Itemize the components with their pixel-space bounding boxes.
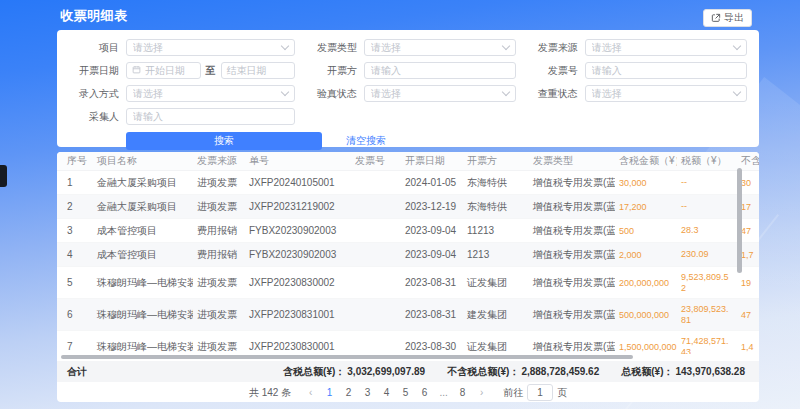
table-cell: 1,500,000,000 [615,331,677,355]
next-page-button[interactable]: › [474,385,489,400]
table-cell: 珠穆朗玛峰—电梯安装 [93,299,193,331]
filter-label: 开票方 [295,64,357,78]
goto-page-input[interactable] [527,384,553,401]
table-cell: 增值税专用发票(蓝) [529,195,615,219]
filter-input[interactable]: 请输入 [126,108,295,125]
calendar-icon [132,65,141,76]
table-row: 2金融大厦采购项目进项发票JXFP202312190022023-12-19东海… [57,195,759,219]
select-placeholder: 请选择 [133,41,282,55]
pagination-total: 共 142 条 [249,386,291,400]
filter-input[interactable]: 请输入 [585,62,747,79]
table-cell: 增值税专用发票(蓝) [529,171,615,195]
page-button[interactable]: 2 [341,385,356,400]
table-cell: 2,000 [615,243,677,267]
table-row: 4成本管控项目费用报销FYBX202309020032023-09-041213… [57,243,759,267]
select-placeholder: 请选择 [371,87,503,101]
date-start-input[interactable]: 开始日期 [126,62,201,79]
filter-panel: 项目请选择开票日期开始日期至结束日期录入方式请选择采集人请输入发票类型请选择开票… [57,30,759,147]
filter-select[interactable]: 请选择 [364,39,516,56]
table-viewport: 序号项目名称发票来源单号发票号开票日期开票方发票类型含税金额（¥）税额（¥）不含… [57,152,759,354]
filter-select[interactable]: 请选择 [585,39,747,56]
table-cell: 5 [57,267,93,299]
horizontal-scrollbar[interactable] [61,355,633,359]
filter-field: 开票日期开始日期至结束日期 [57,62,295,79]
table-cell: 珠穆朗玛峰—电梯安装 [93,331,193,355]
clear-search-link[interactable]: 清空搜索 [346,134,386,148]
table-cell [351,267,401,299]
column-header: 开票日期 [401,152,463,171]
table-cell: 增值税专用发票(蓝) [529,331,615,355]
page-button[interactable]: 5 [398,385,413,400]
table-cell: 费用报销 [193,243,245,267]
summary-amount-excl-tax: 不含税总额(¥)：2,888,728,459.62 [447,365,599,379]
page-button[interactable]: 6 [417,385,432,400]
filter-select[interactable]: 请选择 [126,39,295,56]
table-cell: -- [677,195,737,219]
prev-page-button[interactable]: ‹ [303,385,318,400]
vertical-scrollbar[interactable] [737,168,742,273]
table-cell: 3 [57,219,93,243]
table-cell: 进项发票 [193,171,245,195]
table-cell: 2023-12-19 [401,195,463,219]
table-cell: 进项发票 [193,267,245,299]
table-cell: 23,809,523.81 [677,299,737,331]
table-header-row: 序号项目名称发票来源单号发票号开票日期开票方发票类型含税金额（¥）税额（¥）不含… [57,152,759,171]
goto-label: 前往 [503,386,523,400]
table-cell [351,299,401,331]
filter-input[interactable]: 请输入 [364,62,516,79]
filter-grid: 项目请选择开票日期开始日期至结束日期录入方式请选择采集人请输入发票类型请选择开票… [57,39,747,131]
column-header: 发票号 [351,152,401,171]
table-cell: 进项发票 [193,299,245,331]
page-button[interactable]: 1 [322,385,337,400]
table-cell: 2023-08-30 [401,331,463,355]
table-cell: 4 [57,243,93,267]
table-cell: 成本管控项目 [93,219,193,243]
column-header: 含税金额（¥） [615,152,677,171]
page-button[interactable]: 4 [379,385,394,400]
table-cell: 增值税专用发票(蓝) [529,267,615,299]
table-cell: 增值税专用发票(蓝) [529,219,615,243]
page-button[interactable]: 8 [455,385,470,400]
table-cell: 增值税专用发票(蓝) [529,299,615,331]
date-range-separator: 至 [206,64,216,78]
filter-field: 查重状态请选择 [516,85,747,102]
page-button[interactable]: 3 [360,385,375,400]
chevron-down-icon [502,88,510,96]
select-placeholder: 请选择 [592,87,734,101]
filter-label: 项目 [57,41,119,55]
table-cell: JXFP20230831001 [245,299,351,331]
table-cell [351,219,401,243]
filter-label: 发票来源 [516,41,578,55]
filter-column: 发票来源请选择发票号请输入查重状态请选择 [516,39,747,131]
export-button[interactable]: 导出 [703,9,752,27]
chevron-down-icon [733,88,741,96]
table-row: 1金融大厦采购项目进项发票JXFP202401050012024-01-05东海… [57,171,759,195]
table-cell: 1 [57,171,93,195]
table-cell: 增值税专用发票(蓝) [529,243,615,267]
filter-column: 发票类型请选择开票方请输入验真状态请选择 [295,39,516,131]
search-button[interactable]: 搜索 [126,132,322,150]
table-cell: 金融大厦采购项目 [93,195,193,219]
filter-field: 录入方式请选择 [57,85,295,102]
filter-field: 采集人请输入 [57,108,295,125]
table-cell: 17,200 [615,195,677,219]
table-cell: 28.3 [677,219,737,243]
filter-select[interactable]: 请选择 [126,85,295,102]
filter-field: 开票方请输入 [295,62,516,79]
filter-select[interactable]: 请选择 [364,85,516,102]
filter-label: 发票号 [516,64,578,78]
table-cell: JXFP20240105001 [245,171,351,195]
table-cell: 2024-01-05 [401,171,463,195]
filter-select[interactable]: 请选择 [585,85,747,102]
date-end-placeholder: 结束日期 [227,64,267,78]
date-end-input[interactable]: 结束日期 [221,62,296,79]
export-icon [711,13,721,23]
table-cell: 东海特供 [463,195,529,219]
invoice-report-page: 收票明细表 导出 项目请选择开票日期开始日期至结束日期录入方式请选择采集人请输入… [0,0,800,409]
summary-total-tax: 总税额(¥)：143,970,638.28 [621,365,745,379]
date-range-picker: 开始日期至结束日期 [126,62,295,79]
chevron-down-icon [733,42,741,50]
table-cell: 200,000,000 [615,267,677,299]
drawer-handle[interactable] [0,165,7,187]
table-cell [351,243,401,267]
